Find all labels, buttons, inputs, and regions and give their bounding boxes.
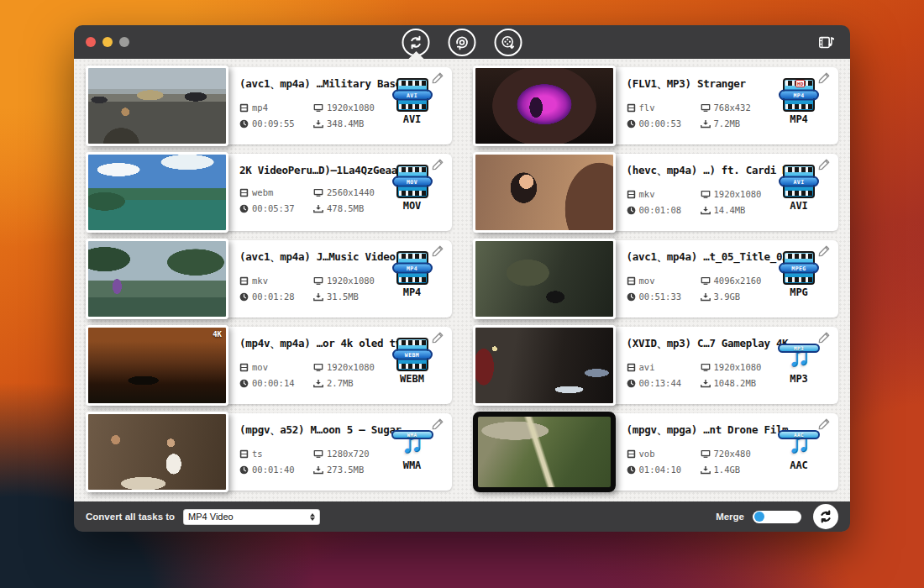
display-icon xyxy=(313,276,323,286)
file-format-icon xyxy=(239,188,249,197)
duration: 00:00:14 xyxy=(239,378,313,388)
clock-icon xyxy=(627,119,636,129)
download-size-icon xyxy=(701,379,711,388)
download-size-icon xyxy=(313,204,323,213)
duration: 00:05:37 xyxy=(239,203,313,213)
edit-task-button[interactable] xyxy=(431,158,446,173)
edit-task-button[interactable] xyxy=(431,244,446,260)
clock-icon xyxy=(627,379,636,388)
format-banner: WEBM xyxy=(392,349,433,360)
clock-icon xyxy=(239,204,249,213)
target-format-label: AVI xyxy=(776,200,822,212)
format-banner: MP3 xyxy=(778,344,820,353)
tab-convert[interactable] xyxy=(402,25,430,59)
film-reel-download-icon xyxy=(495,29,522,56)
video-thumbnail[interactable] xyxy=(473,412,616,492)
video-thumbnail[interactable]: 4K xyxy=(86,325,228,406)
toolbar xyxy=(402,25,522,59)
media-library-button[interactable] xyxy=(815,32,838,54)
edit-task-button[interactable] xyxy=(431,71,446,87)
duration: 00:01:28 xyxy=(239,291,313,302)
target-format-icon: AVI xyxy=(396,78,428,112)
edit-task-button[interactable] xyxy=(817,244,832,260)
target-format[interactable]: HD MP4 MP4 xyxy=(776,78,822,125)
merge-toggle[interactable] xyxy=(753,511,801,523)
file-format-icon xyxy=(239,363,249,372)
target-format[interactable]: WEBM WEBM xyxy=(390,338,435,385)
display-icon xyxy=(701,103,711,113)
clock-icon xyxy=(239,119,249,129)
target-format-icon: MOV xyxy=(396,165,428,198)
video-thumbnail[interactable] xyxy=(473,325,616,406)
task-card: (avc1、mp4a) J…Music Video) mkv 1920x1080… xyxy=(86,240,452,318)
target-format-label: WEBM xyxy=(390,373,435,385)
edit-task-button[interactable] xyxy=(817,417,832,433)
duration: 00:13:44 xyxy=(627,378,701,388)
target-format[interactable]: ♫AAC AAC xyxy=(776,424,822,471)
video-thumbnail[interactable] xyxy=(473,239,616,319)
merge-label: Merge xyxy=(716,512,744,522)
format-banner: WMA xyxy=(391,430,433,439)
traffic-lights xyxy=(86,37,129,47)
video-thumbnail[interactable] xyxy=(86,239,228,319)
convert-all-label: Convert all tasks to xyxy=(86,512,175,522)
clock-icon xyxy=(239,379,249,388)
video-thumbnail[interactable] xyxy=(86,152,228,233)
pencil-icon xyxy=(431,417,444,431)
tab-downloader[interactable] xyxy=(495,25,522,59)
target-format[interactable]: MPEG MPG xyxy=(776,251,822,298)
minimize-button[interactable] xyxy=(102,37,113,47)
target-format[interactable]: AVI AVI xyxy=(390,78,435,125)
container-format: mkv xyxy=(627,189,701,199)
start-conversion-button[interactable] xyxy=(813,504,838,529)
container-format: flv xyxy=(627,102,701,113)
duration: 00:00:53 xyxy=(627,118,701,129)
target-format-label: AAC xyxy=(776,459,822,471)
edit-task-button[interactable] xyxy=(817,331,832,346)
download-size-icon xyxy=(313,379,323,388)
container-format: mov xyxy=(239,362,313,372)
footer-bar: Convert all tasks to MP4 Video Merge xyxy=(74,501,850,532)
pencil-icon xyxy=(817,331,831,344)
container-format: mov xyxy=(627,276,701,286)
close-button[interactable] xyxy=(86,37,96,47)
file-format-icon xyxy=(239,276,249,286)
video-thumbnail[interactable] xyxy=(86,66,228,146)
clock-icon xyxy=(239,465,249,475)
target-format-icon: AVI xyxy=(783,165,815,198)
display-icon xyxy=(313,103,323,113)
video-thumbnail[interactable] xyxy=(473,152,616,233)
target-format-label: MP4 xyxy=(390,286,435,298)
edit-task-button[interactable] xyxy=(817,158,832,173)
edit-task-button[interactable] xyxy=(431,417,446,433)
target-format-icon: ♫MP3 xyxy=(780,338,817,371)
target-format-label: MP3 xyxy=(776,373,822,385)
output-format-select[interactable]: MP4 Video xyxy=(183,509,320,525)
output-format-value: MP4 Video xyxy=(188,512,310,522)
fullscreen-button[interactable] xyxy=(119,37,129,47)
target-format-label: WMA xyxy=(390,459,435,471)
target-format-icon: ♫WMA xyxy=(394,424,431,458)
target-format[interactable]: AVI AVI xyxy=(776,165,822,212)
target-format[interactable]: MOV MOV xyxy=(390,165,435,212)
download-size-icon xyxy=(313,119,323,129)
download-size-icon xyxy=(313,292,323,302)
target-format[interactable]: ♫MP3 MP3 xyxy=(776,338,822,385)
video-thumbnail[interactable] xyxy=(473,66,616,146)
pencil-icon xyxy=(817,244,831,258)
target-format-icon: MPEG xyxy=(783,251,815,285)
download-size-icon xyxy=(701,119,711,129)
video-thumbnail[interactable] xyxy=(86,412,228,492)
edit-task-button[interactable] xyxy=(817,71,832,87)
pencil-icon xyxy=(817,417,831,431)
tab-ripper[interactable] xyxy=(449,25,476,59)
format-banner: AVI xyxy=(392,90,433,101)
target-format[interactable]: ♫WMA WMA xyxy=(390,424,435,471)
target-format-label: MP4 xyxy=(776,113,822,125)
edit-task-button[interactable] xyxy=(431,331,446,346)
duration: 00:51:33 xyxy=(627,291,701,302)
target-format[interactable]: MP4 MP4 xyxy=(390,251,435,298)
file-format-icon xyxy=(627,363,636,372)
target-format-label: AVI xyxy=(390,113,435,125)
format-banner: AVI xyxy=(779,176,819,187)
